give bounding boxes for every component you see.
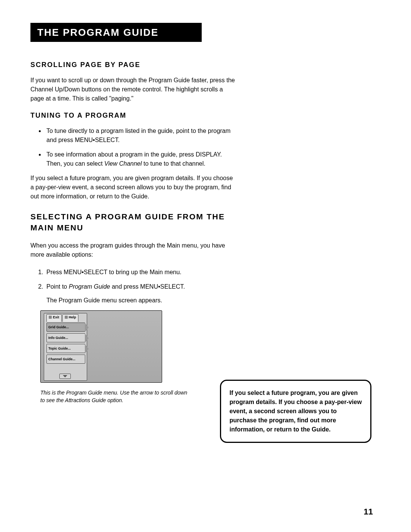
figure-caption: This is the Program Guide menu. Use the … — [40, 389, 193, 404]
main-content: Scrolling Page by Page If you want to sc… — [30, 61, 236, 404]
menu-item-topic-guide[interactable]: Topic Guide... — [46, 344, 85, 353]
selecting-steps: Press MENU•SELECT to bring up the Main m… — [30, 268, 236, 305]
step-2b: and press MENU•SELECT. — [110, 283, 185, 290]
tab-exit[interactable]: Exit — [46, 314, 62, 322]
bullet-tune-direct: To tune directly to a program listed in … — [45, 126, 236, 145]
menu-item-grid-guide[interactable]: Grid Guide... — [46, 323, 85, 332]
heading-scrolling: Scrolling Page by Page — [30, 61, 236, 69]
step-2: Point to Program Guide and press MENU•SE… — [45, 282, 236, 305]
tuning-bullets: To tune directly to a program listed in … — [30, 126, 236, 168]
scroll-down-icon[interactable] — [59, 374, 71, 379]
program-guide-menu-screenshot: Exit Help Grid Guide... Info Guide... To… — [40, 310, 162, 383]
step-2-ital: Program Guide — [69, 283, 110, 290]
bullet-tune-info: To see information about a program in th… — [45, 150, 236, 168]
callout-box: If you select a future program, you are … — [220, 380, 371, 443]
tab-help[interactable]: Help — [62, 314, 79, 322]
heading-tuning: Tuning to a Program — [30, 112, 236, 120]
para-selecting-intro: When you access the program guides throu… — [30, 241, 236, 259]
bullet-tune-info-b: to tune to that channel. — [142, 160, 206, 167]
para-tuning-note: If you select a future program, you are … — [30, 174, 236, 201]
heading-selecting: Selecting a Program Guide from the Main … — [30, 211, 236, 233]
step-2a: Point to — [46, 283, 69, 290]
page-title-bar: The Program Guide — [30, 23, 202, 42]
menu-item-channel-guide[interactable]: Channel Guide... — [46, 355, 85, 364]
page-number: 11 — [364, 507, 373, 517]
step-1: Press MENU•SELECT to bring up the Main m… — [45, 268, 236, 277]
menu-tabs: Exit Help — [46, 314, 78, 322]
menu-panel: Exit Help Grid Guide... Info Guide... To… — [44, 313, 87, 381]
menu-items: Grid Guide... Info Guide... Topic Guide.… — [46, 323, 85, 364]
step-2-sub: The Program Guide menu screen appears. — [46, 296, 236, 305]
bullet-tune-info-ital: View Channel — [104, 160, 142, 167]
menu-item-info-guide[interactable]: Info Guide... — [46, 333, 85, 342]
para-scrolling: If you want to scroll up or down through… — [30, 76, 236, 103]
